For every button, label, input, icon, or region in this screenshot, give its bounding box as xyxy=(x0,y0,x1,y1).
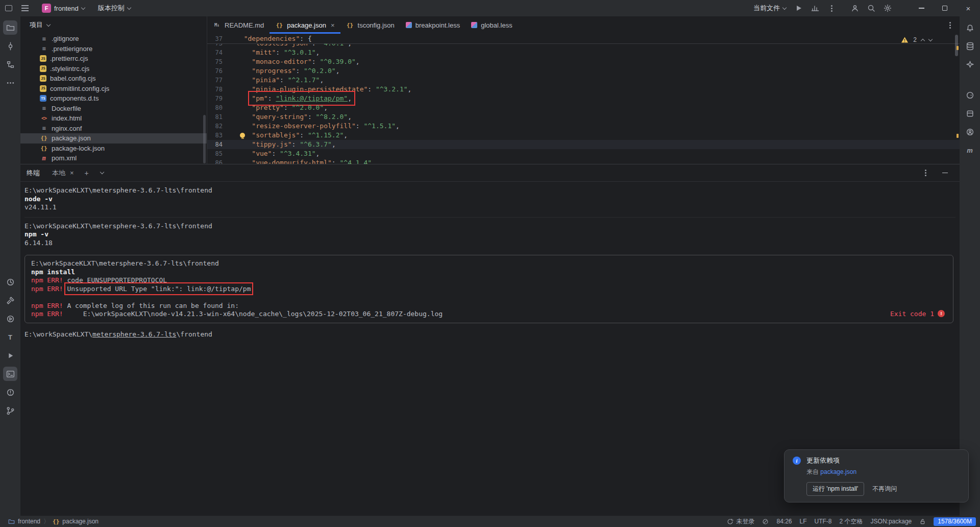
scrollbar-handle[interactable] xyxy=(955,35,958,56)
editor-tab-global.less[interactable]: global.less xyxy=(465,16,518,34)
code-line-84[interactable]: 84 "tippy.js": "^6.3.7", xyxy=(207,140,960,149)
run-button[interactable] xyxy=(791,2,806,15)
terminal-tool-button[interactable] xyxy=(3,367,17,381)
plugins-tool-button[interactable] xyxy=(963,106,977,121)
tree-item-Dockerfile[interactable]: ≡Dockerfile xyxy=(20,104,207,114)
code-line-79[interactable]: 79 "pm": "link:@/tiptap/pm", xyxy=(207,94,960,103)
editor-tab-breakpoint.less[interactable]: breakpoint.less xyxy=(400,16,465,34)
tree-item-index.html[interactable]: <>index.html xyxy=(20,113,207,124)
editor-tab-package.json[interactable]: {}package.json× xyxy=(270,16,340,34)
inspection-widget[interactable]: 2 xyxy=(901,36,932,43)
code-line-82[interactable]: 82 "resize-observer-polyfill": "^1.5.1", xyxy=(207,122,960,131)
line-separator-widget[interactable]: LF xyxy=(800,518,807,525)
project-panel-header[interactable]: 项目 xyxy=(20,16,207,34)
ai-assistant-tool-button[interactable] xyxy=(963,57,977,71)
editor-tab-README.md[interactable]: M↓README.md xyxy=(207,16,270,34)
account-button[interactable] xyxy=(847,2,863,15)
warning-stripe-mark[interactable] xyxy=(957,134,959,138)
warning-stripe-mark[interactable] xyxy=(957,46,959,50)
code-line-80[interactable]: 80 "pretty": "^2.0.0", xyxy=(207,103,960,112)
editor-tab-tsconfig.json[interactable]: {}tsconfig.json xyxy=(340,16,400,34)
dont-ask-again-button[interactable]: 不再询问 xyxy=(872,485,897,493)
code-line-37[interactable]: 37 "dependencies": { xyxy=(207,34,960,44)
more-tool-windows-button[interactable] xyxy=(3,76,17,90)
project-tool-button[interactable] xyxy=(3,20,17,35)
notification-source-link[interactable]: package.json xyxy=(820,468,856,475)
profiler-button[interactable] xyxy=(807,2,823,15)
settings-button[interactable] xyxy=(880,2,895,15)
tree-item-.stylelintrc.cjs[interactable]: JS.stylelintrc.cjs xyxy=(20,64,207,74)
terminal-tab-local[interactable]: 本地 × xyxy=(48,164,78,181)
code-line-76[interactable]: 76 "nprogress": "^0.2.0", xyxy=(207,66,960,76)
tree-item-components.d.ts[interactable]: TScomponents.d.ts xyxy=(20,93,207,104)
app-window-icon[interactable] xyxy=(5,5,12,11)
maximize-button[interactable] xyxy=(933,0,957,16)
code-line-81[interactable]: 81 "query-string": "^8.2.0", xyxy=(207,112,960,122)
tree-item-.prettierignore[interactable]: ≡.prettierignore xyxy=(20,44,207,54)
tree-item-.gitignore[interactable]: ≡.gitignore xyxy=(20,34,207,44)
terminal-block-3[interactable]: E:\workSpaceKLXT\metersphere-3.6.7-lts\f… xyxy=(24,255,953,323)
editor-scrollbar[interactable] xyxy=(953,34,960,164)
recent-tool-button[interactable] xyxy=(3,275,17,289)
minimize-button[interactable] xyxy=(910,0,933,16)
vcs-widget[interactable]: 版本控制 xyxy=(94,2,135,14)
previous-problem-icon[interactable] xyxy=(921,38,925,42)
code-line-83[interactable]: 83 "sortablejs": "^1.15.2", xyxy=(207,131,960,140)
hide-terminal-button[interactable] xyxy=(938,167,951,179)
code-line-85[interactable]: 85 "vue": "^3.4.31", xyxy=(207,149,960,158)
memory-indicator[interactable]: 1578/3600M xyxy=(934,517,976,526)
tree-item-babel.config.cjs[interactable]: JSbabel.config.cjs xyxy=(20,74,207,84)
commit-tool-button[interactable] xyxy=(3,39,17,53)
code-line-75[interactable]: 75 "monaco-editor": "^0.39.0", xyxy=(207,57,960,66)
terminal-options-button[interactable] xyxy=(919,167,932,179)
intention-bulb-icon[interactable] xyxy=(240,133,245,138)
encoding-widget[interactable]: UTF-8 xyxy=(815,518,832,525)
readonly-widget[interactable] xyxy=(919,518,926,525)
structure-tool-button[interactable] xyxy=(3,57,17,71)
tab-options-button[interactable] xyxy=(943,25,957,26)
more-actions-button[interactable] xyxy=(824,2,839,15)
problems-tool-button[interactable] xyxy=(3,385,17,399)
editor-content[interactable]: 37 "dependencies": { 73 "lossless-json":… xyxy=(207,34,960,164)
tree-item-package.json[interactable]: {}package.json xyxy=(20,133,207,143)
new-terminal-session-button[interactable]: + xyxy=(80,167,93,179)
close-icon[interactable]: × xyxy=(70,169,74,177)
terminal-block-2[interactable]: E:\workSpaceKLXT\metersphere-3.6.7-lts\f… xyxy=(24,217,955,253)
close-tab-icon[interactable]: × xyxy=(331,21,335,29)
tree-item-commitlint.config.cjs[interactable]: JScommitlint.config.cjs xyxy=(20,84,207,94)
notifications-tool-button[interactable] xyxy=(963,20,977,35)
code-line-77[interactable]: 77 "pinia": "^2.1.7", xyxy=(207,76,960,85)
tree-item-package-lock.json[interactable]: {}package-lock.json xyxy=(20,143,207,154)
tree-item-pom.xml[interactable]: mpom.xml xyxy=(20,153,207,163)
git-tool-button[interactable] xyxy=(3,403,17,418)
terminal-block-4[interactable]: E:\workSpaceKLXT\metersphere-3.6.7-lts\f… xyxy=(24,326,955,344)
run-npm-install-button[interactable]: 运行 'npm install' xyxy=(806,482,864,496)
breadcrumb-root[interactable]: frontend xyxy=(18,518,40,525)
main-menu-button[interactable] xyxy=(17,2,33,15)
terminal-session-dropdown[interactable] xyxy=(95,167,109,179)
indent-widget[interactable]: 2 个空格 xyxy=(840,517,863,526)
code-line-78[interactable]: 78 "pinia-plugin-persistedstate": "^3.2.… xyxy=(207,85,960,94)
code-line-74[interactable]: 74 "mitt": "^3.0.1", xyxy=(207,48,960,57)
build-tool-button[interactable] xyxy=(3,293,17,307)
todo-tool-button[interactable]: T xyxy=(3,330,17,344)
maven-tool-button[interactable]: m xyxy=(963,143,977,157)
services-tool-button[interactable] xyxy=(3,312,17,326)
project-tree-scrollbar[interactable] xyxy=(203,115,206,163)
breadcrumb-file[interactable]: package.json xyxy=(62,518,99,525)
tree-item-.prettierrc.cjs[interactable]: JS.prettierrc.cjs xyxy=(20,54,207,64)
tree-item-nginx.conf[interactable]: ≡nginx.conf xyxy=(20,124,207,134)
search-everywhere-button[interactable] xyxy=(864,2,879,15)
terminal-block-1[interactable]: E:\workSpaceKLXT\metersphere-3.6.7-lts\f… xyxy=(24,182,955,217)
cursor-position-widget[interactable]: 84:26 xyxy=(776,518,792,525)
close-button[interactable]: × xyxy=(957,0,980,16)
run-configuration-widget[interactable]: 当前文件 xyxy=(749,2,790,14)
login-status-widget[interactable]: 未登录 xyxy=(727,517,754,526)
next-problem-icon[interactable] xyxy=(928,37,933,41)
code-line-86[interactable]: 86 "vue-dompurify-html": "^4.1.4", xyxy=(207,158,960,164)
file-type-widget[interactable]: JSON:package xyxy=(871,518,912,525)
profile-tool-button[interactable] xyxy=(963,125,977,139)
project-widget[interactable]: F frontend xyxy=(38,2,89,14)
database-tool-button[interactable] xyxy=(963,39,977,53)
gradle-tool-button[interactable] xyxy=(963,88,977,102)
